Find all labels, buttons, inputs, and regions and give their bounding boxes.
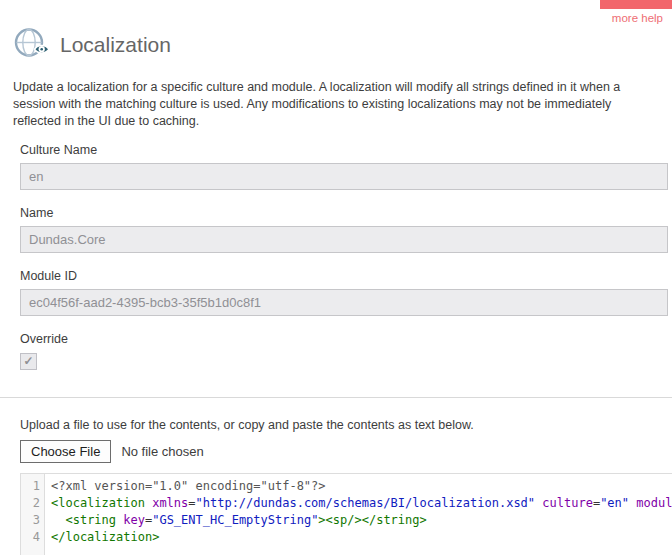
file-upload-row: Choose File No file chosen bbox=[20, 440, 672, 463]
localization-form: Culture Name Name Module ID Override ✓ bbox=[20, 143, 668, 370]
choose-file-button[interactable]: Choose File bbox=[20, 440, 111, 463]
override-label: Override bbox=[20, 332, 668, 346]
localization-page: more help Localization Update a localiza… bbox=[0, 0, 672, 555]
more-help-link[interactable]: more help bbox=[612, 12, 663, 24]
name-input bbox=[20, 226, 668, 253]
module-id-label: Module ID bbox=[20, 269, 668, 283]
override-checkbox: ✓ bbox=[20, 353, 37, 370]
culture-name-input bbox=[20, 163, 668, 190]
page-title: Localization bbox=[60, 33, 171, 57]
module-id-input bbox=[20, 289, 668, 316]
culture-name-label: Culture Name bbox=[20, 143, 668, 157]
section-divider bbox=[0, 397, 672, 398]
xml-code-editor[interactable]: 1<?xml version="1.0" encoding="utf-8"?>2… bbox=[20, 473, 672, 555]
page-header: Localization bbox=[13, 26, 672, 63]
help-accent-bar bbox=[600, 0, 672, 9]
code-line[interactable]: 3 <string key="GS_ENT_HC_EmptyString"><s… bbox=[21, 512, 672, 529]
page-description: Update a localization for a specific cul… bbox=[13, 79, 660, 130]
no-file-chosen-text: No file chosen bbox=[121, 444, 203, 459]
upload-instruction: Upload a file to use for the contents, o… bbox=[20, 418, 660, 432]
code-lines[interactable]: 1<?xml version="1.0" encoding="utf-8"?>2… bbox=[21, 474, 672, 546]
code-line[interactable]: 4</localization> bbox=[21, 529, 672, 546]
check-icon: ✓ bbox=[23, 355, 33, 368]
code-line[interactable]: 1<?xml version="1.0" encoding="utf-8"?> bbox=[21, 478, 672, 495]
localization-icon bbox=[13, 26, 51, 63]
code-line[interactable]: 2<localization xmlns="http://dundas.com/… bbox=[21, 495, 672, 512]
name-label: Name bbox=[20, 206, 668, 220]
